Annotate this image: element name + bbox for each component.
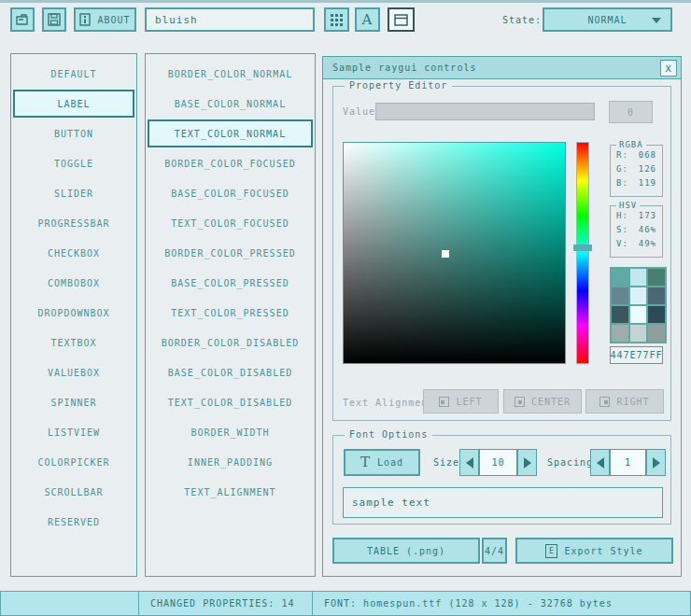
property-list-item[interactable]: TEXT_COLOR_PRESSED: [146, 298, 315, 328]
property-list-item[interactable]: BORDER_COLOR_NORMAL: [146, 59, 315, 89]
palette-swatch[interactable]: [612, 325, 628, 342]
value-button[interactable]: 0: [609, 101, 653, 123]
value-button-label: 0: [628, 107, 634, 118]
state-dropdown[interactable]: NORMAL: [543, 7, 672, 32]
property-list-item[interactable]: BORDER_COLOR_PRESSED: [146, 238, 315, 268]
font-spacing-decrease-button[interactable]: [590, 449, 610, 476]
export-format-counter: 4/4: [485, 546, 504, 556]
font-spacing-value[interactable]: 1: [610, 449, 646, 476]
font-size-text: 10: [491, 457, 504, 468]
font-size-value[interactable]: 10: [479, 449, 517, 476]
control-list-item[interactable]: COLORPICKER: [11, 447, 136, 477]
property-list-item[interactable]: TEXT_COLOR_FOCUSED: [146, 208, 315, 238]
palette-swatch[interactable]: [648, 306, 665, 323]
control-list-item[interactable]: TOGGLE: [11, 148, 136, 178]
open-style-button[interactable]: [10, 7, 35, 32]
align-center-button[interactable]: CENTER: [503, 389, 582, 413]
control-list-item[interactable]: BUTTON: [11, 119, 136, 148]
control-list-item[interactable]: SPINNER: [11, 387, 136, 417]
control-list-item[interactable]: DEFAULT: [11, 59, 136, 89]
v-value: 49%: [639, 239, 656, 248]
font-size-increase-button[interactable]: [517, 449, 537, 476]
palette-swatch[interactable]: [630, 269, 647, 286]
font-spacing-text: 1: [625, 457, 631, 468]
property-list-item[interactable]: BASE_COLOR_FOCUSED: [146, 178, 315, 208]
rgba-group: RGBA R:068 G:126 B:119: [610, 145, 663, 197]
control-list-item[interactable]: RESERVED: [11, 507, 136, 537]
sample-controls-window: Sample raygui controls x Property Editor…: [322, 56, 682, 577]
control-list-item[interactable]: COMBOBOX: [11, 268, 136, 298]
g-value: 126: [639, 164, 656, 174]
sample-text-input[interactable]: [343, 487, 663, 518]
align-right-button[interactable]: RIGHT: [585, 389, 664, 413]
control-list-item[interactable]: LISTVIEW: [11, 417, 136, 447]
font-T-icon: T: [360, 455, 371, 469]
control-list-item[interactable]: TEXTBOX: [11, 328, 136, 357]
load-font-button[interactable]: T Load: [344, 449, 420, 476]
align-left-button[interactable]: LEFT: [423, 389, 499, 413]
palette-swatch[interactable]: [648, 287, 665, 304]
control-list-item[interactable]: VALUEBOX: [11, 357, 136, 387]
arrow-right-icon: [524, 457, 531, 469]
control-list-item[interactable]: SLIDER: [11, 178, 136, 208]
property-list-item[interactable]: BASE_COLOR_NORMAL: [146, 89, 315, 119]
font-spacing-increase-button[interactable]: [646, 449, 666, 476]
font-size-decrease-button[interactable]: [459, 449, 479, 476]
export-format-label: TABLE (.png): [367, 546, 445, 556]
control-list-item[interactable]: SCROLLBAR: [11, 477, 136, 507]
value-slider[interactable]: [375, 103, 595, 120]
palette-swatch[interactable]: [630, 287, 647, 304]
export-format-counter-button[interactable]: 4/4: [482, 538, 507, 564]
font-view-button[interactable]: A: [355, 7, 380, 32]
export-style-label: Export Style: [564, 546, 642, 556]
align-right-icon: [599, 397, 610, 407]
about-button[interactable]: ABOUT: [74, 7, 136, 32]
r-label: R:: [616, 150, 628, 160]
export-style-button[interactable]: E Export Style: [515, 538, 673, 564]
sample-window-title: Sample raygui controls: [332, 63, 476, 73]
property-list-item-selected[interactable]: TEXT_COLOR_NORMAL: [148, 119, 313, 147]
palette-swatch[interactable]: [630, 325, 647, 342]
property-list-item[interactable]: TEXT_ALIGNMENT: [146, 477, 315, 507]
palette-swatch[interactable]: [648, 269, 665, 286]
property-list-item[interactable]: INNER_PADDING: [146, 447, 315, 477]
font-info-text: FONT: homespun.ttf (128 x 128) - 32768 b…: [324, 598, 613, 609]
h-value: 173: [639, 211, 656, 220]
changed-properties-text: CHANGED PROPERTIES: 14: [150, 598, 294, 609]
window-icon: [394, 14, 408, 26]
properties-list-panel: BORDER_COLOR_NORMAL BASE_COLOR_NORMAL TE…: [145, 53, 316, 577]
palette-swatch[interactable]: [648, 325, 665, 342]
font-options-group-label: Font Options: [345, 429, 432, 440]
property-list-item[interactable]: BASE_COLOR_PRESSED: [146, 268, 315, 298]
export-format-combobox[interactable]: TABLE (.png): [332, 538, 480, 564]
property-list-item[interactable]: BORDER_COLOR_DISABLED: [146, 328, 315, 357]
color-picker-panel[interactable]: [343, 142, 566, 364]
hue-slider-handle[interactable]: [573, 245, 592, 251]
s-label: S:: [616, 225, 628, 234]
palette-swatch[interactable]: [612, 306, 628, 323]
color-picker-cursor[interactable]: [442, 250, 449, 258]
close-icon[interactable]: x: [660, 60, 677, 77]
property-list-item[interactable]: BORDER_COLOR_FOCUSED: [146, 148, 315, 178]
control-list-item[interactable]: PROGRESSBAR: [11, 208, 136, 238]
property-list-item[interactable]: BASE_COLOR_DISABLED: [146, 357, 315, 387]
folder-open-icon: [15, 12, 30, 27]
control-list-item[interactable]: DROPDOWNBOX: [11, 298, 136, 328]
style-table-view-button[interactable]: [324, 7, 349, 32]
palette-swatch[interactable]: [612, 287, 628, 304]
property-list-item[interactable]: BORDER_WIDTH: [146, 417, 315, 447]
controls-view-button[interactable]: [388, 7, 415, 32]
sample-window-titlebar[interactable]: Sample raygui controls x: [323, 57, 681, 79]
control-list-item[interactable]: CHECKBOX: [11, 238, 136, 268]
hue-bar[interactable]: [576, 142, 589, 364]
status-cell-changed-properties: CHANGED PROPERTIES: 14: [138, 591, 313, 616]
align-left-icon: [439, 397, 449, 407]
control-list-item-selected[interactable]: LABEL: [13, 90, 134, 118]
palette-swatch[interactable]: [630, 306, 647, 323]
hex-color-value[interactable]: 447E77FF: [610, 346, 663, 364]
property-list-item[interactable]: TEXT_COLOR_DISABLED: [146, 387, 315, 417]
style-name-input[interactable]: [145, 7, 315, 32]
palette-swatch[interactable]: [612, 269, 628, 286]
save-style-button[interactable]: [42, 7, 66, 32]
status-cell-empty: [0, 591, 139, 616]
